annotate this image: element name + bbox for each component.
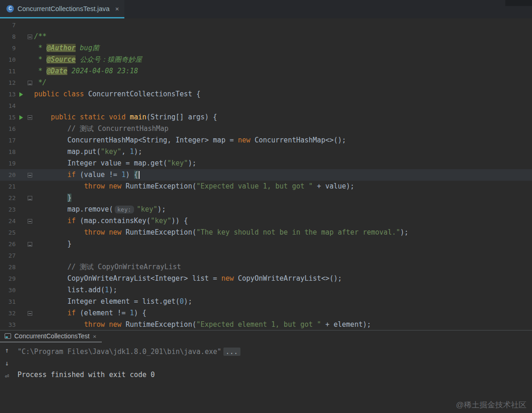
code-line[interactable]: 28 // 测试 CopyOnWriteArrayList <box>0 261 532 273</box>
code-line[interactable]: 26 } <box>0 238 532 250</box>
code-line[interactable]: 7 <box>0 19 532 31</box>
fold-start-icon[interactable] <box>28 219 32 224</box>
line-number[interactable]: 10 <box>0 54 17 65</box>
fold-start-icon[interactable] <box>28 311 32 316</box>
editor-gutter[interactable]: 30 <box>0 284 34 296</box>
editor-gutter[interactable]: 11 <box>0 65 34 77</box>
editor-gutter[interactable]: 15 <box>0 112 34 123</box>
code-line[interactable]: 19 Integer value = map.get("key"); <box>0 158 532 169</box>
editor-gutter[interactable]: 27 <box>0 250 34 261</box>
code-line[interactable]: 9 * @Author bug菌 <box>0 42 532 54</box>
line-number[interactable]: 24 <box>0 215 17 227</box>
line-number[interactable]: 28 <box>0 261 17 273</box>
line-number[interactable]: 14 <box>0 100 17 112</box>
fold-end-icon[interactable] <box>28 242 32 247</box>
line-number[interactable]: 20 <box>0 169 17 181</box>
line-number[interactable]: 13 <box>0 88 17 100</box>
editor-gutter[interactable]: 21 <box>0 181 34 192</box>
line-number[interactable]: 12 <box>0 77 17 88</box>
editor-gutter[interactable]: 32 <box>0 307 34 319</box>
line-number[interactable]: 15 <box>0 112 17 123</box>
editor-gutter[interactable]: 31 <box>0 296 34 307</box>
line-number[interactable]: 31 <box>0 296 17 307</box>
fold-start-icon[interactable] <box>28 35 32 39</box>
code-line[interactable]: 17 ConcurrentHashMap<String, Integer> ma… <box>0 135 532 146</box>
run-line-icon[interactable] <box>19 115 23 120</box>
line-number[interactable]: 30 <box>0 284 17 296</box>
editor-gutter[interactable]: 9 <box>0 42 34 54</box>
line-number[interactable]: 7 <box>0 19 17 31</box>
line-number[interactable]: 33 <box>0 319 17 330</box>
scroll-to-bottom-icon[interactable]: ↓ <box>5 360 9 367</box>
scroll-to-top-icon[interactable]: ↑ <box>5 347 9 354</box>
editor-gutter[interactable]: 20 <box>0 169 34 181</box>
code-line[interactable]: 16 // 测试 ConcurrentHashMap <box>0 123 532 135</box>
code-line[interactable]: 14 <box>0 100 532 112</box>
code-line[interactable]: 12 */ <box>0 77 532 88</box>
line-number[interactable]: 8 <box>0 31 17 42</box>
code-line[interactable]: 23 map.remove(key:"key"); <box>0 204 532 215</box>
code-line[interactable]: 10 * @Source 公众号：猿圈奇妙屋 <box>0 54 532 65</box>
console-command-fold[interactable]: ... <box>223 348 240 356</box>
line-number[interactable]: 11 <box>0 65 17 77</box>
line-number[interactable]: 17 <box>0 135 17 146</box>
editor-gutter[interactable]: 7 <box>0 19 34 31</box>
tab-close-icon[interactable]: × <box>115 5 119 12</box>
line-number[interactable]: 23 <box>0 204 17 215</box>
editor-gutter[interactable]: 18 <box>0 146 34 158</box>
editor-gutter[interactable]: 19 <box>0 158 34 169</box>
run-console-tab[interactable]: ConcurrentCollectionsTest × <box>0 330 102 342</box>
editor-gutter[interactable]: 13 <box>0 88 34 100</box>
line-number[interactable]: 18 <box>0 146 17 158</box>
line-number[interactable]: 25 <box>0 227 17 238</box>
editor-gutter[interactable]: 10 <box>0 54 34 65</box>
fold-start-icon[interactable] <box>28 115 32 120</box>
code-line[interactable]: 13public class ConcurrentCollectionsTest… <box>0 88 532 100</box>
line-number[interactable]: 22 <box>0 192 17 204</box>
code-line[interactable]: 29 CopyOnWriteArrayList<Integer> list = … <box>0 273 532 284</box>
editor-gutter[interactable]: 33 <box>0 319 34 330</box>
editor-gutter[interactable]: 17 <box>0 135 34 146</box>
line-number[interactable]: 16 <box>0 123 17 135</box>
code-line[interactable]: 21 throw new RuntimeException("Expected … <box>0 181 532 192</box>
soft-wrap-icon[interactable]: ⏎ <box>5 373 9 380</box>
editor-gutter[interactable]: 23 <box>0 204 34 215</box>
console-tab-close-icon[interactable]: × <box>93 333 96 340</box>
code-line[interactable]: 22 } <box>0 192 532 204</box>
editor-tab[interactable]: C ConcurrentCollectionsTest.java × <box>0 0 124 18</box>
run-line-icon[interactable] <box>19 92 23 97</box>
editor-gutter[interactable]: 26 <box>0 238 34 250</box>
line-number[interactable]: 32 <box>0 307 17 319</box>
code-line[interactable]: 18 map.put("key", 1); <box>0 146 532 158</box>
editor-gutter[interactable]: 14 <box>0 100 34 112</box>
line-number[interactable]: 29 <box>0 273 17 284</box>
code-line[interactable]: 24 if (map.containsKey("key")) { <box>0 215 532 227</box>
code-line[interactable]: 30 list.add(1); <box>0 284 532 296</box>
editor-gutter[interactable]: 22 <box>0 192 34 204</box>
code-line[interactable]: 33 throw new RuntimeException("Expected … <box>0 319 532 330</box>
fold-start-icon[interactable] <box>28 173 32 177</box>
line-number[interactable]: 27 <box>0 250 17 261</box>
editor-gutter[interactable]: 16 <box>0 123 34 135</box>
line-number[interactable]: 9 <box>0 42 17 54</box>
fold-end-icon[interactable] <box>28 196 32 201</box>
editor-gutter[interactable]: 12 <box>0 77 34 88</box>
editor-gutter[interactable]: 25 <box>0 227 34 238</box>
editor-gutter[interactable]: 24 <box>0 215 34 227</box>
code-line[interactable]: 32 if (element != 1) { <box>0 307 532 319</box>
code-line[interactable]: 31 Integer element = list.get(0); <box>0 296 532 307</box>
editor-gutter[interactable]: 29 <box>0 273 34 284</box>
line-number[interactable]: 19 <box>0 158 17 169</box>
code-line[interactable]: 15 public static void main(String[] args… <box>0 112 532 123</box>
line-number[interactable]: 21 <box>0 181 17 192</box>
code-line[interactable]: 8/** <box>0 31 532 42</box>
editor-gutter[interactable]: 28 <box>0 261 34 273</box>
code-line[interactable]: 27 <box>0 250 532 261</box>
editor-gutter[interactable]: 8 <box>0 31 34 42</box>
code-editor[interactable]: 78/**9 * @Author bug菌10 * @Source 公众号：猿圈… <box>0 18 532 330</box>
code-line[interactable]: 20 if (value != 1) { <box>0 169 532 181</box>
code-line[interactable]: 11 * @Date 2024-04-08 23:18 <box>0 65 532 77</box>
fold-end-icon[interactable] <box>28 81 32 85</box>
code-line[interactable]: 25 throw new RuntimeException("The key s… <box>0 227 532 238</box>
line-number[interactable]: 26 <box>0 238 17 250</box>
